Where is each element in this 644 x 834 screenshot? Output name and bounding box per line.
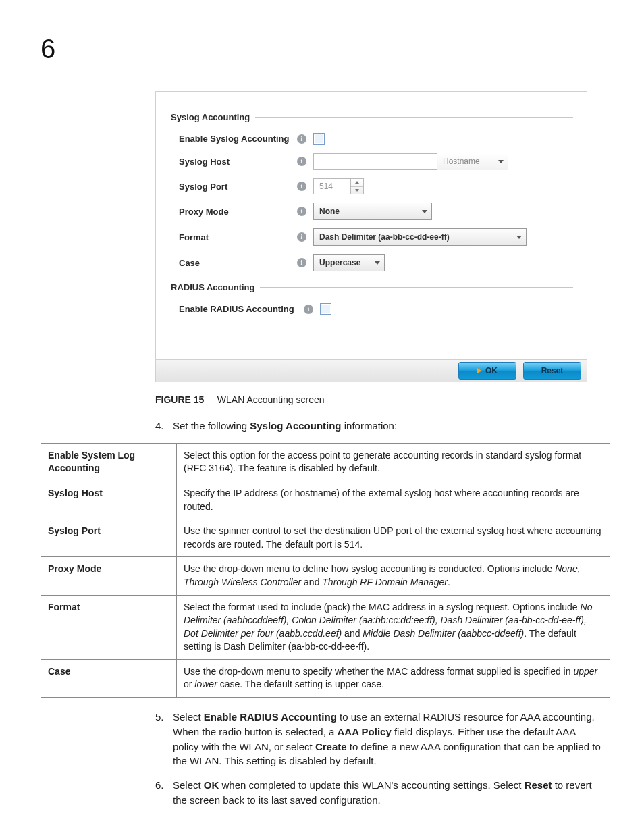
spinner-down[interactable] [351, 187, 363, 194]
table-row: CaseUse the drop-down menu to specify wh… [41, 659, 610, 697]
ok-button[interactable]: OK [458, 362, 516, 380]
figure-caption: FIGURE 15 WLAN Accounting screen [155, 394, 603, 405]
field-name-cell: Syslog Port [41, 519, 177, 557]
step-tail: information: [342, 420, 398, 432]
step-text: Set the following [173, 420, 250, 432]
chevron-up-icon [355, 181, 359, 184]
field-desc-cell: Use the spinner control to set the desti… [177, 519, 610, 557]
field-name-cell: Case [41, 659, 177, 697]
format-select[interactable]: Dash Delimiter (aa-bb-cc-dd-ee-ff) [313, 228, 527, 246]
info-icon[interactable]: i [297, 134, 306, 144]
ok-button-label: OK [485, 366, 498, 375]
syslog-host-type-value: Hostname [443, 157, 480, 166]
table-row: FormatSelect the format used to include … [41, 595, 610, 659]
syslog-host-type-select[interactable]: Hostname [437, 153, 508, 170]
chevron-down-icon [355, 189, 359, 192]
syslog-host-input[interactable] [313, 153, 437, 170]
info-icon[interactable]: i [297, 207, 306, 216]
enable-syslog-checkbox[interactable] [313, 133, 325, 145]
format-value: Dash Delimiter (aa-bb-cc-dd-ee-ff) [319, 232, 450, 242]
field-name-cell: Proxy Mode [41, 557, 177, 595]
case-select[interactable]: Uppercase [313, 254, 385, 271]
syslog-port-value[interactable]: 514 [313, 178, 350, 194]
step-4: 4. Set the following Syslog Accounting i… [155, 419, 603, 434]
chapter-number: 6 [41, 34, 603, 64]
info-icon[interactable]: i [297, 182, 306, 191]
info-icon[interactable]: i [304, 305, 313, 314]
info-icon[interactable]: i [297, 232, 306, 242]
figure-title: WLAN Accounting screen [217, 394, 325, 405]
button-bar: OK Reset [156, 359, 587, 382]
syslog-host-label: Syslog Host [169, 157, 297, 167]
table-row: Proxy ModeUse the drop-down menu to defi… [41, 557, 610, 595]
figure-number: FIGURE 15 [155, 394, 204, 405]
step-bold: Syslog Accounting [250, 420, 341, 432]
spinner-up[interactable] [351, 179, 363, 187]
table-row: Enable System Log AccountingSelect this … [41, 443, 610, 481]
step-body: Select OK when completed to update this … [173, 778, 603, 808]
field-desc-cell: Use the drop-down menu to specify whethe… [177, 659, 610, 697]
step-number: 5. [155, 710, 173, 768]
step-body: Select Enable RADIUS Accounting to use a… [173, 710, 603, 768]
field-description-table: Enable System Log AccountingSelect this … [41, 443, 610, 698]
case-value: Uppercase [319, 258, 360, 267]
reset-button[interactable]: Reset [523, 362, 581, 380]
field-name-cell: Enable System Log Accounting [41, 443, 177, 481]
enable-radius-checkbox[interactable] [320, 303, 331, 315]
proxy-mode-select[interactable]: None [313, 203, 432, 220]
proxy-mode-value: None [319, 207, 340, 216]
info-icon[interactable]: i [297, 258, 306, 267]
syslog-accounting-group: Syslog Accounting Enable Syslog Accounti… [169, 112, 573, 276]
field-desc-cell: Select this option for the access point … [177, 443, 610, 481]
step-number: 6. [155, 778, 173, 808]
syslog-port-label: Syslog Port [169, 182, 297, 192]
proxy-mode-label: Proxy Mode [169, 207, 297, 217]
field-name-cell: Format [41, 595, 177, 659]
accounting-panel: Syslog Accounting Enable Syslog Accounti… [155, 91, 587, 382]
info-icon[interactable]: i [297, 157, 306, 166]
field-desc-cell: Select the format used to include (pack)… [177, 595, 610, 659]
enable-radius-label: Enable RADIUS Accounting [169, 304, 304, 314]
step-number: 4. [155, 419, 173, 434]
format-label: Format [169, 232, 297, 242]
syslog-legend: Syslog Accounting [169, 112, 255, 122]
chevron-down-icon [498, 160, 504, 163]
step-6: 6. Select OK when completed to update th… [155, 778, 603, 808]
field-name-cell: Syslog Host [41, 481, 177, 519]
syslog-port-spinner[interactable]: 514 [313, 178, 364, 194]
chevron-down-icon [516, 236, 522, 239]
case-label: Case [169, 258, 297, 268]
field-desc-cell: Use the drop-down menu to define how sys… [177, 557, 610, 595]
chevron-down-icon [422, 210, 427, 213]
radius-accounting-group: RADIUS Accounting Enable RADIUS Accounti… [169, 282, 573, 319]
table-row: Syslog PortUse the spinner control to se… [41, 519, 610, 557]
play-icon [477, 368, 481, 373]
radius-legend: RADIUS Accounting [169, 282, 260, 292]
step-5: 5. Select Enable RADIUS Accounting to us… [155, 710, 603, 768]
enable-syslog-label: Enable Syslog Accounting [169, 134, 297, 144]
table-row: Syslog HostSpecify the IP address (or ho… [41, 481, 610, 519]
reset-button-label: Reset [541, 366, 564, 375]
chevron-down-icon [375, 261, 380, 265]
field-desc-cell: Specify the IP address (or hostname) of … [177, 481, 610, 519]
